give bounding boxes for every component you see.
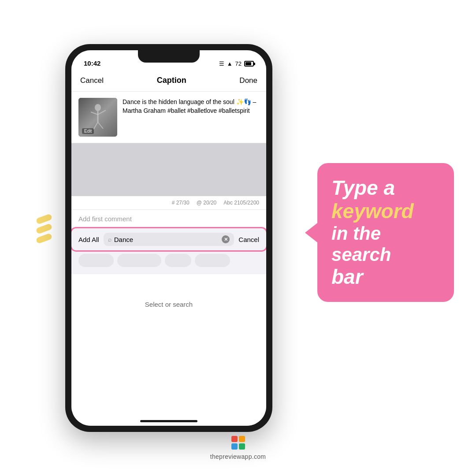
caption-card: Edit Dance is the hidden language of the… (71, 92, 266, 143)
search-row: Add All ⌕ Dance ✕ Cancel (71, 228, 266, 250)
first-comment-placeholder: Add first comment (78, 215, 132, 223)
svg-point-2 (95, 104, 101, 111)
hashtag-pill[interactable] (78, 254, 114, 267)
callout-line-4: bar (331, 265, 440, 289)
hashtag-pills-area (71, 250, 266, 274)
edit-label[interactable]: Edit (82, 128, 94, 134)
search-icon: ⌕ (108, 236, 112, 243)
callout-line-2: keyword (331, 200, 440, 223)
footer-logo (231, 436, 245, 450)
dash-2 (36, 223, 53, 234)
stats-bar: # 27/30 @ 20/20 Abc 2105/2200 (71, 196, 266, 210)
phone-frame: 10:42 ☰ ▲ 72 Cancel Caption Done (65, 44, 272, 432)
status-time: 10:42 (84, 60, 100, 67)
content-area: Edit Dance is the hidden language of the… (71, 92, 266, 426)
search-cancel-button[interactable]: Cancel (238, 236, 259, 243)
char-count: Abc 2105/2200 (223, 200, 259, 206)
phone-screen: 10:42 ☰ ▲ 72 Cancel Caption Done (71, 50, 266, 426)
first-comment-field[interactable]: Add first comment (71, 210, 266, 228)
notch (138, 50, 200, 63)
search-input[interactable]: Dance (114, 236, 219, 243)
logo-segment-blue (231, 443, 238, 450)
status-icons: ☰ ▲ 72 (219, 60, 254, 67)
callout-line-3: in the search (331, 223, 440, 266)
add-all-button[interactable]: Add All (78, 236, 99, 243)
page-title: Caption (157, 76, 186, 85)
footer: thepreviewapp.com (0, 436, 476, 460)
pills-row-1 (78, 254, 259, 267)
hashtag-pill[interactable] (195, 254, 230, 267)
dash-1 (36, 213, 53, 224)
battery-icon (244, 61, 254, 67)
logo-segment-orange (239, 436, 245, 442)
hashtag-count: # 27/30 (172, 200, 190, 206)
clear-search-button[interactable]: ✕ (222, 235, 230, 243)
phone-container: 10:42 ☰ ▲ 72 Cancel Caption Done (65, 44, 272, 432)
logo-segment-green (239, 443, 245, 450)
logo-segment-red (231, 436, 238, 442)
footer-url: thepreviewapp.com (210, 453, 266, 460)
search-input-container[interactable]: ⌕ Dance ✕ (104, 233, 234, 246)
callout-box: Type a keyword in the search bar (317, 163, 454, 302)
caption-text[interactable]: Dance is the hidden language of the soul… (123, 98, 259, 137)
decorative-dashes (36, 216, 52, 242)
signal-icon: ▲ (227, 60, 233, 67)
wifi-icon: ☰ (219, 60, 224, 67)
grey-area (71, 143, 266, 196)
select-search-text: Select or search (145, 301, 193, 308)
cancel-button[interactable]: Cancel (80, 76, 104, 85)
home-indicator (140, 420, 197, 422)
hashtag-pill[interactable] (165, 254, 191, 267)
mention-count: @ 20/20 (197, 200, 217, 206)
battery-text: 72 (235, 60, 242, 67)
callout-line-1: Type a (331, 176, 440, 200)
nav-bar: Cancel Caption Done (71, 70, 266, 92)
hashtag-pill[interactable] (117, 254, 161, 267)
hashtag-search-section: Add All ⌕ Dance ✕ Cancel (71, 228, 266, 250)
caption-image: Edit (78, 98, 117, 137)
select-or-search: Select or search (71, 274, 266, 335)
done-button[interactable]: Done (239, 76, 257, 85)
dash-3 (36, 233, 53, 244)
